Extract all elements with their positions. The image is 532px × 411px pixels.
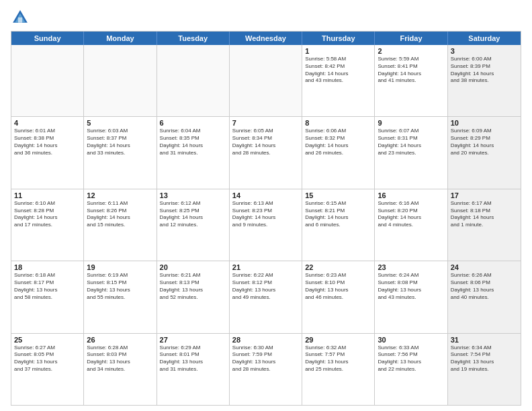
calendar-week-4: 18Sunrise: 6:18 AM Sunset: 8:17 PM Dayli… — [11, 261, 521, 333]
calendar-cell: 20Sunrise: 6:21 AM Sunset: 8:13 PM Dayli… — [157, 261, 230, 332]
calendar-cell: 11Sunrise: 6:10 AM Sunset: 8:28 PM Dayli… — [11, 189, 84, 261]
calendar-cell — [157, 45, 230, 116]
calendar-week-1: 1Sunrise: 5:58 AM Sunset: 8:42 PM Daylig… — [11, 45, 521, 117]
calendar-cell: 27Sunrise: 6:29 AM Sunset: 8:01 PM Dayli… — [157, 334, 230, 405]
cell-details: Sunrise: 6:15 AM Sunset: 8:21 PM Dayligh… — [305, 200, 371, 229]
calendar-cell: 26Sunrise: 6:28 AM Sunset: 8:03 PM Dayli… — [84, 334, 157, 405]
calendar-cell — [230, 45, 302, 116]
calendar-cell: 2Sunrise: 5:59 AM Sunset: 8:41 PM Daylig… — [375, 45, 447, 116]
day-number: 8 — [305, 119, 371, 127]
logo — [11, 8, 32, 27]
calendar-cell: 13Sunrise: 6:12 AM Sunset: 8:25 PM Dayli… — [157, 189, 230, 261]
calendar-cell: 18Sunrise: 6:18 AM Sunset: 8:17 PM Dayli… — [11, 261, 84, 332]
cell-details: Sunrise: 6:22 AM Sunset: 8:12 PM Dayligh… — [232, 272, 299, 301]
calendar-cell: 19Sunrise: 6:19 AM Sunset: 8:15 PM Dayli… — [84, 261, 157, 332]
cell-details: Sunrise: 6:09 AM Sunset: 8:29 PM Dayligh… — [451, 128, 518, 156]
day-header-tuesday: Tuesday — [157, 32, 230, 45]
day-header-thursday: Thursday — [302, 32, 375, 45]
day-number: 9 — [378, 119, 444, 127]
cell-details: Sunrise: 6:10 AM Sunset: 8:28 PM Dayligh… — [14, 200, 81, 229]
cell-details: Sunrise: 6:04 AM Sunset: 8:35 PM Dayligh… — [160, 128, 226, 156]
day-number: 26 — [87, 336, 153, 344]
calendar-header: SundayMondayTuesdayWednesdayThursdayFrid… — [11, 32, 521, 45]
day-number: 29 — [305, 336, 371, 344]
cell-details: Sunrise: 6:03 AM Sunset: 8:37 PM Dayligh… — [87, 128, 153, 156]
calendar-cell: 15Sunrise: 6:15 AM Sunset: 8:21 PM Dayli… — [302, 189, 375, 261]
day-number: 15 — [305, 191, 371, 199]
calendar-cell: 12Sunrise: 6:11 AM Sunset: 8:26 PM Dayli… — [84, 189, 157, 261]
day-number: 2 — [378, 47, 444, 55]
day-header-wednesday: Wednesday — [230, 32, 302, 45]
cell-details: Sunrise: 6:17 AM Sunset: 8:18 PM Dayligh… — [451, 200, 518, 229]
calendar-cell: 5Sunrise: 6:03 AM Sunset: 8:37 PM Daylig… — [84, 117, 157, 188]
calendar: SundayMondayTuesdayWednesdayThursdayFrid… — [11, 31, 521, 406]
cell-details: Sunrise: 6:34 AM Sunset: 7:54 PM Dayligh… — [451, 345, 518, 373]
calendar-cell: 7Sunrise: 6:05 AM Sunset: 8:34 PM Daylig… — [230, 117, 302, 188]
calendar-cell: 23Sunrise: 6:24 AM Sunset: 8:08 PM Dayli… — [375, 261, 447, 332]
day-header-monday: Monday — [84, 32, 157, 45]
cell-details: Sunrise: 6:32 AM Sunset: 7:57 PM Dayligh… — [305, 345, 371, 373]
day-number: 4 — [14, 119, 81, 127]
day-number: 27 — [160, 336, 226, 344]
day-number: 7 — [232, 119, 299, 127]
calendar-cell: 14Sunrise: 6:13 AM Sunset: 8:23 PM Dayli… — [230, 189, 302, 261]
calendar-cell: 24Sunrise: 6:26 AM Sunset: 8:06 PM Dayli… — [448, 261, 521, 332]
calendar-cell: 4Sunrise: 6:01 AM Sunset: 8:38 PM Daylig… — [11, 117, 84, 188]
cell-details: Sunrise: 6:01 AM Sunset: 8:38 PM Dayligh… — [14, 128, 81, 156]
day-number: 19 — [87, 263, 153, 271]
day-number: 30 — [378, 336, 444, 344]
logo-icon — [11, 8, 30, 27]
cell-details: Sunrise: 6:33 AM Sunset: 7:56 PM Dayligh… — [378, 345, 444, 373]
day-number: 31 — [451, 336, 518, 344]
day-number: 16 — [378, 191, 444, 199]
day-header-saturday: Saturday — [448, 32, 521, 45]
calendar-cell: 10Sunrise: 6:09 AM Sunset: 8:29 PM Dayli… — [448, 117, 521, 188]
cell-details: Sunrise: 5:58 AM Sunset: 8:42 PM Dayligh… — [305, 56, 371, 85]
cell-details: Sunrise: 6:23 AM Sunset: 8:10 PM Dayligh… — [305, 272, 371, 301]
day-number: 20 — [160, 263, 226, 271]
cell-details: Sunrise: 6:26 AM Sunset: 8:06 PM Dayligh… — [451, 272, 518, 301]
calendar-cell: 25Sunrise: 6:27 AM Sunset: 8:05 PM Dayli… — [11, 334, 84, 405]
cell-details: Sunrise: 6:19 AM Sunset: 8:15 PM Dayligh… — [87, 272, 153, 301]
page: SundayMondayTuesdayWednesdayThursdayFrid… — [0, 0, 532, 411]
day-number: 17 — [451, 191, 518, 199]
calendar-cell: 30Sunrise: 6:33 AM Sunset: 7:56 PM Dayli… — [375, 334, 447, 405]
calendar-cell: 31Sunrise: 6:34 AM Sunset: 7:54 PM Dayli… — [448, 334, 521, 405]
cell-details: Sunrise: 6:30 AM Sunset: 7:59 PM Dayligh… — [232, 345, 299, 373]
calendar-body: 1Sunrise: 5:58 AM Sunset: 8:42 PM Daylig… — [11, 45, 521, 405]
cell-details: Sunrise: 6:07 AM Sunset: 8:31 PM Dayligh… — [378, 128, 444, 156]
calendar-week-3: 11Sunrise: 6:10 AM Sunset: 8:28 PM Dayli… — [11, 189, 521, 261]
cell-details: Sunrise: 6:05 AM Sunset: 8:34 PM Dayligh… — [232, 128, 299, 156]
day-number: 23 — [378, 263, 444, 271]
day-number: 25 — [14, 336, 81, 344]
day-number: 11 — [14, 191, 81, 199]
calendar-cell: 6Sunrise: 6:04 AM Sunset: 8:35 PM Daylig… — [157, 117, 230, 188]
calendar-cell: 8Sunrise: 6:06 AM Sunset: 8:32 PM Daylig… — [302, 117, 375, 188]
day-number: 21 — [232, 263, 299, 271]
cell-details: Sunrise: 6:00 AM Sunset: 8:39 PM Dayligh… — [451, 56, 518, 85]
calendar-cell: 1Sunrise: 5:58 AM Sunset: 8:42 PM Daylig… — [302, 45, 375, 116]
cell-details: Sunrise: 6:11 AM Sunset: 8:26 PM Dayligh… — [87, 200, 153, 229]
calendar-cell: 28Sunrise: 6:30 AM Sunset: 7:59 PM Dayli… — [230, 334, 302, 405]
cell-details: Sunrise: 6:16 AM Sunset: 8:20 PM Dayligh… — [378, 200, 444, 229]
day-number: 18 — [14, 263, 81, 271]
calendar-week-2: 4Sunrise: 6:01 AM Sunset: 8:38 PM Daylig… — [11, 117, 521, 189]
day-number: 13 — [160, 191, 226, 199]
calendar-cell: 3Sunrise: 6:00 AM Sunset: 8:39 PM Daylig… — [448, 45, 521, 116]
calendar-cell: 29Sunrise: 6:32 AM Sunset: 7:57 PM Dayli… — [302, 334, 375, 405]
calendar-cell — [11, 45, 84, 116]
cell-details: Sunrise: 6:28 AM Sunset: 8:03 PM Dayligh… — [87, 345, 153, 373]
cell-details: Sunrise: 6:18 AM Sunset: 8:17 PM Dayligh… — [14, 272, 81, 301]
calendar-week-5: 25Sunrise: 6:27 AM Sunset: 8:05 PM Dayli… — [11, 334, 521, 405]
header — [11, 8, 521, 27]
cell-details: Sunrise: 6:29 AM Sunset: 8:01 PM Dayligh… — [160, 345, 226, 373]
day-number: 1 — [305, 47, 371, 55]
day-number: 5 — [87, 119, 153, 127]
day-number: 14 — [232, 191, 299, 199]
day-number: 24 — [451, 263, 518, 271]
cell-details: Sunrise: 6:24 AM Sunset: 8:08 PM Dayligh… — [378, 272, 444, 301]
cell-details: Sunrise: 6:12 AM Sunset: 8:25 PM Dayligh… — [160, 200, 226, 229]
day-number: 3 — [451, 47, 518, 55]
cell-details: Sunrise: 6:06 AM Sunset: 8:32 PM Dayligh… — [305, 128, 371, 156]
calendar-cell: 21Sunrise: 6:22 AM Sunset: 8:12 PM Dayli… — [230, 261, 302, 332]
